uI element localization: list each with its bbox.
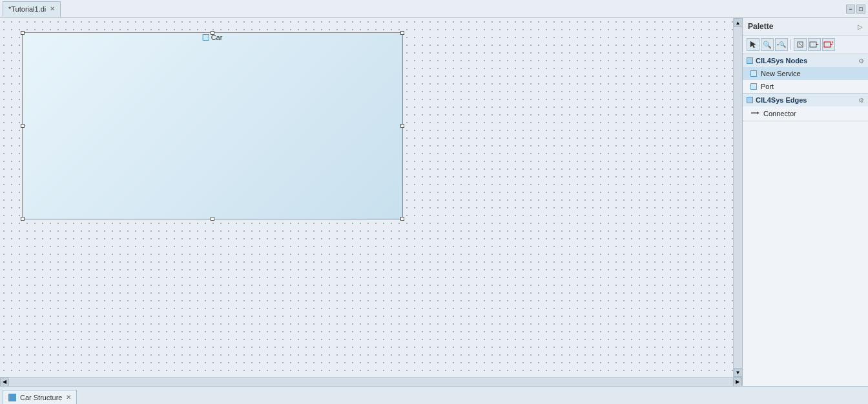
palette-item-port[interactable]: Port [743,80,868,93]
palette-header: Palette ▷ [743,18,868,35]
scroll-horizontal-track[interactable] [9,378,733,386]
port-icon [750,83,757,90]
scroll-up-button[interactable]: ▲ [734,18,743,27]
handle-mid-left[interactable] [21,124,25,128]
handle-bottom-left[interactable] [21,217,25,221]
canvas-scrollbar-horizontal[interactable]: ◀ ▶ [0,377,742,386]
svg-line-2 [799,43,801,46]
tab-bar: *Tutorial1.di ✕ − □ [0,0,868,18]
svg-line-7 [832,41,833,43]
palette-item-new-service[interactable]: New Service [743,67,868,80]
scroll-vertical-track[interactable] [734,27,742,368]
svg-rect-3 [810,42,816,47]
palette-select-tool[interactable] [747,38,760,51]
svg-marker-4 [816,44,819,45]
svg-rect-5 [824,42,831,47]
bottom-tab-bar: Car Structure ✕ [0,386,868,404]
edges-section-settings-icon[interactable]: ⚙ [858,97,864,104]
handle-bottom-mid[interactable] [211,217,214,221]
handle-top-mid[interactable] [211,31,214,35]
tab-close-button[interactable]: ✕ [50,6,55,12]
palette-title: Palette [748,22,773,31]
car-structure-tab-icon [8,394,16,401]
bottom-tab-close-button[interactable]: ✕ [66,394,71,401]
bottom-tab-car-structure[interactable]: Car Structure ✕ [3,390,77,404]
palette-item-connector[interactable]: Connector [743,106,868,121]
canvas-scrollbar-vertical[interactable]: ▲ ▼ [733,18,742,377]
handle-top-left[interactable] [21,31,25,35]
canvas-area[interactable]: Car ▲ ▼ ◀ [0,18,742,386]
svg-marker-0 [750,41,756,48]
restore-button[interactable]: □ [856,5,865,14]
node-type-icon [203,34,209,41]
nodes-section-label: CIL4Sys Nodes [756,57,856,65]
port-label: Port [761,83,774,90]
handle-bottom-right[interactable] [400,217,404,221]
nodes-section-settings-icon[interactable]: ⚙ [858,57,864,65]
palette-expand-icon[interactable]: ▷ [858,23,863,30]
palette-extra-tool[interactable] [822,38,835,51]
edges-section-icon [747,97,753,103]
svg-marker-9 [757,112,760,114]
connector-icon [750,109,760,118]
palette-section-nodes: CIL4Sys Nodes ⚙ New Service Port [743,54,868,94]
palette-toolbar-separator-1 [790,39,791,50]
palette-panel: Palette ▷ 🔍 -🔍 [742,18,868,386]
main-layout: Car ▲ ▼ ◀ [0,18,868,386]
new-service-icon [750,70,757,77]
palette-more-tool[interactable] [808,38,821,51]
palette-section-edges-header[interactable]: CIL4Sys Edges ⚙ [743,94,868,106]
svg-marker-6 [831,44,833,45]
scroll-right-button[interactable]: ▶ [733,378,742,387]
bottom-tab-label: Car Structure [20,394,62,401]
palette-toolbar: 🔍 -🔍 [743,35,868,54]
new-service-label: New Service [761,70,801,77]
edges-section-label: CIL4Sys Edges [756,96,856,104]
minimize-button[interactable]: − [846,5,855,14]
palette-zoom-out-tool[interactable]: -🔍 [775,38,788,51]
scroll-down-button[interactable]: ▼ [734,368,743,377]
palette-fit-tool[interactable] [794,38,807,51]
palette-section-edges: CIL4Sys Edges ⚙ Connector [743,94,868,121]
palette-section-nodes-header[interactable]: CIL4Sys Nodes ⚙ [743,54,868,67]
connector-label: Connector [763,110,796,117]
nodes-section-icon [747,57,753,64]
editor-tab[interactable]: *Tutorial1.di ✕ [3,1,61,17]
scroll-left-button[interactable]: ◀ [0,378,9,387]
handle-mid-right[interactable] [400,124,404,128]
window-controls: − □ [846,5,868,14]
tab-title: *Tutorial1.di [8,5,46,13]
palette-zoom-in-tool[interactable]: 🔍 [761,38,774,51]
handle-top-right[interactable] [400,31,404,35]
diagram-node-car[interactable]: Car [22,32,403,219]
